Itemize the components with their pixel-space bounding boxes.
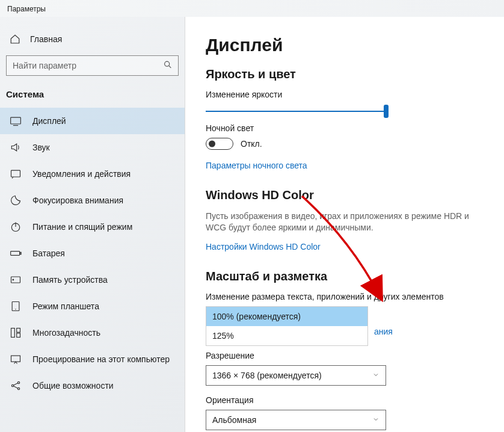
resolution-dropdown[interactable]: 1366 × 768 (рекомендуется) xyxy=(206,365,386,386)
svg-rect-15 xyxy=(17,333,20,338)
svg-point-17 xyxy=(11,384,13,386)
sidebar-item-label: Многозадачность xyxy=(32,328,100,338)
sidebar-item-sound[interactable]: Звук xyxy=(0,134,185,161)
resolution-value: 1366 × 768 (рекомендуется) xyxy=(212,371,322,380)
sidebar-item-label: Дисплей xyxy=(32,116,66,126)
sidebar-item-battery[interactable]: Батарея xyxy=(0,240,185,267)
search-input[interactable] xyxy=(6,55,179,76)
sidebar-item-storage[interactable]: Память устройства xyxy=(0,267,185,293)
scale-option-100[interactable]: 100% (рекомендуется) xyxy=(206,307,367,326)
svg-rect-4 xyxy=(11,170,20,177)
brightness-slider[interactable] xyxy=(206,111,389,112)
storage-icon xyxy=(10,274,22,286)
sidebar-item-label: Общие возможности xyxy=(32,381,114,390)
tablet-icon xyxy=(10,300,22,312)
section-brightness: Яркость и цвет xyxy=(206,67,484,81)
battery-icon xyxy=(10,247,22,259)
project-icon xyxy=(10,353,22,365)
sidebar-item-shared[interactable]: Общие возможности xyxy=(0,372,185,399)
sound-icon xyxy=(10,141,22,153)
section-scale: Масштаб и разметка xyxy=(206,270,484,283)
svg-rect-14 xyxy=(17,329,20,333)
window-title: Параметры xyxy=(0,0,504,17)
orientation-value: Альбомная xyxy=(212,415,256,425)
sidebar-nav: Дисплей Звук Уведомления и действия Фоку… xyxy=(0,108,185,399)
scale-dropdown-open[interactable]: 100% (рекомендуется) 125% xyxy=(206,306,368,346)
hdcolor-desc: Пусть изображения в видео, играх и прило… xyxy=(206,211,482,233)
sidebar-home[interactable]: Главная xyxy=(0,30,185,55)
orientation-label: Ориентация xyxy=(206,395,484,405)
sidebar-item-multitask[interactable]: Многозадачность xyxy=(0,319,185,346)
sidebar-item-tablet[interactable]: Режим планшета xyxy=(0,293,185,319)
scale-label: Изменение размера текста, приложений и д… xyxy=(206,292,484,301)
sidebar-item-label: Режим планшета xyxy=(32,301,99,311)
sidebar-item-label: Звук xyxy=(32,143,50,152)
svg-point-10 xyxy=(13,279,14,280)
chevron-down-icon xyxy=(372,371,380,380)
svg-rect-8 xyxy=(20,252,22,254)
display-icon xyxy=(10,115,22,127)
sidebar-item-label: Память устройства xyxy=(32,275,108,285)
orientation-dropdown[interactable]: Альбомная xyxy=(206,410,386,430)
sidebar-item-label: Фокусировка внимания xyxy=(32,196,123,205)
advanced-scaling-link-fragment[interactable]: ания xyxy=(374,327,484,336)
sidebar-item-power[interactable]: Питание и спящий режим xyxy=(0,214,185,240)
section-hdcolor: Windows HD Color xyxy=(206,188,484,202)
sidebar-item-notifications[interactable]: Уведомления и действия xyxy=(0,161,185,187)
night-light-toggle[interactable] xyxy=(206,138,233,150)
night-light-link[interactable]: Параметры ночного света xyxy=(206,161,307,170)
shared-icon xyxy=(10,380,22,392)
sidebar-item-label: Батарея xyxy=(32,248,65,258)
sidebar-item-label: Питание и спящий режим xyxy=(32,222,132,232)
brightness-slider-label: Изменение яркости xyxy=(206,90,484,99)
sidebar-home-label: Главная xyxy=(30,34,62,44)
search-field-wrap xyxy=(6,55,179,76)
sidebar-item-label: Уведомления и действия xyxy=(32,169,131,179)
svg-rect-16 xyxy=(11,356,20,362)
svg-line-20 xyxy=(14,383,18,385)
sidebar-item-display[interactable]: Дисплей xyxy=(0,108,185,134)
svg-rect-7 xyxy=(11,251,20,256)
scale-option-125[interactable]: 125% xyxy=(206,326,367,345)
svg-rect-13 xyxy=(11,329,15,338)
svg-point-19 xyxy=(17,387,19,389)
sidebar: Главная Система Дисплей Звук Уведомления… xyxy=(0,17,185,432)
multitask-icon xyxy=(10,327,22,339)
sidebar-item-focus[interactable]: Фокусировка внимания xyxy=(0,187,185,214)
sidebar-section-label: Система xyxy=(0,89,185,108)
sidebar-item-label: Проецирование на этот компьютер xyxy=(32,354,170,364)
night-light-label: Ночной свет xyxy=(206,123,484,133)
svg-point-18 xyxy=(17,381,19,383)
svg-rect-2 xyxy=(11,117,21,124)
content-area: Дисплей Яркость и цвет Изменение яркости… xyxy=(185,17,504,432)
hdcolor-link[interactable]: Настройки Windows HD Color xyxy=(206,242,321,251)
resolution-label: Разрешение xyxy=(206,351,484,360)
night-light-state: Откл. xyxy=(241,139,262,149)
chevron-down-icon xyxy=(372,415,380,425)
power-icon xyxy=(10,221,22,233)
page-title: Дисплей xyxy=(206,35,484,55)
sidebar-item-projecting[interactable]: Проецирование на этот компьютер xyxy=(0,346,185,372)
focus-icon xyxy=(10,194,22,206)
svg-line-21 xyxy=(14,386,18,388)
notifications-icon xyxy=(10,168,22,180)
home-icon xyxy=(10,34,20,45)
